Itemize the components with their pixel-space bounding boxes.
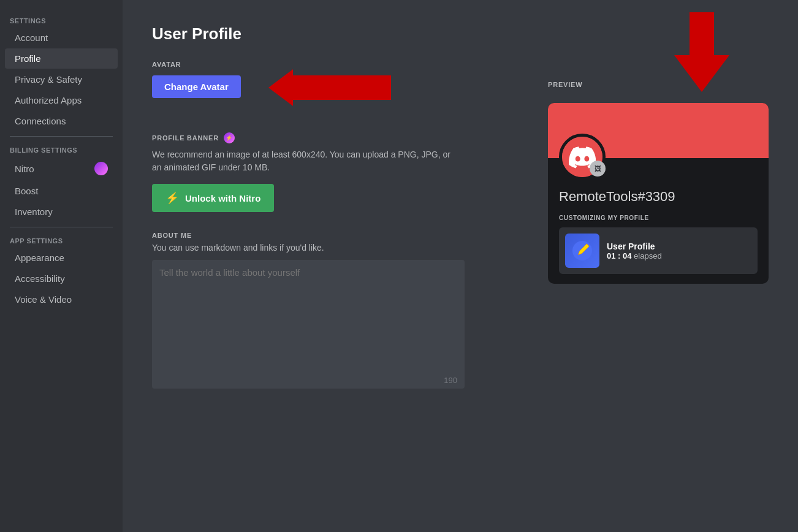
char-count: 190 <box>444 376 457 385</box>
avatar-section: AVATAR Change Avatar <box>152 61 499 115</box>
nitro-icon <box>94 162 108 175</box>
sidebar-item-profile[interactable]: Profile <box>5 48 118 69</box>
nitro-bolt-icon: ⚡ <box>165 191 179 205</box>
about-me-section: ABOUT ME You can use markdown and links … <box>152 232 499 391</box>
sidebar-section-label-settings: SETTINGS <box>0 12 123 27</box>
change-avatar-button[interactable]: Change Avatar <box>152 75 241 98</box>
sidebar-item-authorized-apps[interactable]: Authorized Apps <box>5 90 118 110</box>
activity-title: User Profile <box>607 241 751 251</box>
sidebar-item-label-voice-video: Voice & Video <box>15 294 72 305</box>
about-me-textarea[interactable] <box>152 260 465 389</box>
username-text: RemoteTools <box>559 189 637 204</box>
sidebar-section-billing: BILLING SETTINGS Nitro Boost Inventory <box>0 142 123 222</box>
profile-banner-preview: 🖼 <box>548 103 769 158</box>
sidebar-item-privacy-safety[interactable]: Privacy & Safety <box>5 69 118 89</box>
preview-panel: PREVIEW 🖼 RemoteTools#3309 <box>528 0 798 532</box>
profile-card: 🖼 RemoteTools#3309 CUSTOMIZING MY PROFIL… <box>548 103 769 284</box>
avatar-section-label: AVATAR <box>152 61 499 68</box>
sidebar-item-label-appearance: Appearance <box>15 253 64 263</box>
activity-time-suffix: elapsed <box>634 251 662 260</box>
profile-username: RemoteTools#3309 <box>559 189 758 205</box>
sidebar-item-connections[interactable]: Connections <box>5 111 118 131</box>
arrow-down-container: PREVIEW <box>548 25 778 98</box>
sidebar-section-app-settings: APP SETTINGS Appearance Accessibility Vo… <box>0 232 123 310</box>
profile-banner-section: PROFILE BANNER ⚡ We recommend an image o… <box>152 132 499 212</box>
page-title: User Profile <box>152 25 499 44</box>
sidebar-item-accessibility[interactable]: Accessibility <box>5 268 118 289</box>
sidebar-section-label-billing: BILLING SETTINGS <box>0 142 123 156</box>
sidebar-item-label-connections: Connections <box>15 116 66 126</box>
sidebar-item-label-inventory: Inventory <box>15 207 53 217</box>
sidebar-item-label-accessibility: Accessibility <box>15 273 65 284</box>
unlock-nitro-button[interactable]: ⚡ Unlock with Nitro <box>152 184 274 212</box>
customizing-label: CUSTOMIZING MY PROFILE <box>559 215 758 221</box>
about-me-textarea-wrapper: 190 <box>152 260 465 391</box>
profile-banner-nitro-badge: ⚡ <box>224 132 235 143</box>
profile-banner-description: We recommend an image of at least 600x24… <box>152 148 458 174</box>
sidebar-item-boost[interactable]: Boost <box>5 181 118 201</box>
svg-marker-2 <box>674 12 729 92</box>
sidebar-item-label-apps: Authorized Apps <box>15 95 82 105</box>
activity-icon <box>565 234 599 268</box>
avatar-edit-button[interactable]: 🖼 <box>590 161 606 177</box>
sidebar-item-label-nitro: Nitro <box>15 164 34 174</box>
sidebar-section-user-settings: SETTINGS Account Profile Privacy & Safet… <box>0 12 123 131</box>
profile-banner-label: PROFILE BANNER <box>152 134 219 142</box>
svg-marker-1 <box>268 69 391 106</box>
camera-icon: 🖼 <box>595 165 601 172</box>
sidebar-item-account[interactable]: Account <box>5 28 118 48</box>
unlock-nitro-label: Unlock with Nitro <box>185 193 260 203</box>
activity-time: 01 : 04 elapsed <box>607 251 751 260</box>
sidebar-section-label-app-settings: APP SETTINGS <box>0 232 123 247</box>
sidebar-item-inventory[interactable]: Inventory <box>5 202 118 222</box>
activity-info: User Profile 01 : 04 elapsed <box>607 241 751 260</box>
sidebar-divider-2 <box>10 227 113 227</box>
activity-card: User Profile 01 : 04 elapsed <box>559 227 758 274</box>
pencil-icon <box>572 241 592 260</box>
discriminator-text: #3309 <box>637 189 675 204</box>
sidebar-divider-1 <box>10 136 113 137</box>
activity-time-elapsed: 01 : 04 <box>607 251 631 260</box>
sidebar-item-label-privacy: Privacy & Safety <box>15 74 82 85</box>
preview-label: PREVIEW <box>548 81 582 88</box>
sidebar-item-appearance[interactable]: Appearance <box>5 248 118 268</box>
main-content: User Profile AVATAR Change Avatar PROFIL… <box>123 0 528 532</box>
red-arrow-down <box>674 12 729 92</box>
red-arrow-left <box>268 69 391 106</box>
sidebar-item-voice-video[interactable]: Voice & Video <box>5 289 118 310</box>
sidebar-item-label-account: Account <box>15 32 48 43</box>
sidebar-item-label-boost: Boost <box>15 186 38 196</box>
sidebar: SETTINGS Account Profile Privacy & Safet… <box>0 0 123 532</box>
about-me-label: ABOUT ME <box>152 232 499 239</box>
about-me-hint: You can use markdown and links if you'd … <box>152 243 499 253</box>
sidebar-item-nitro[interactable]: Nitro <box>5 157 118 180</box>
sidebar-item-label-profile: Profile <box>15 53 41 64</box>
change-avatar-container: Change Avatar <box>152 75 241 115</box>
profile-banner-label-row: PROFILE BANNER ⚡ <box>152 132 499 143</box>
